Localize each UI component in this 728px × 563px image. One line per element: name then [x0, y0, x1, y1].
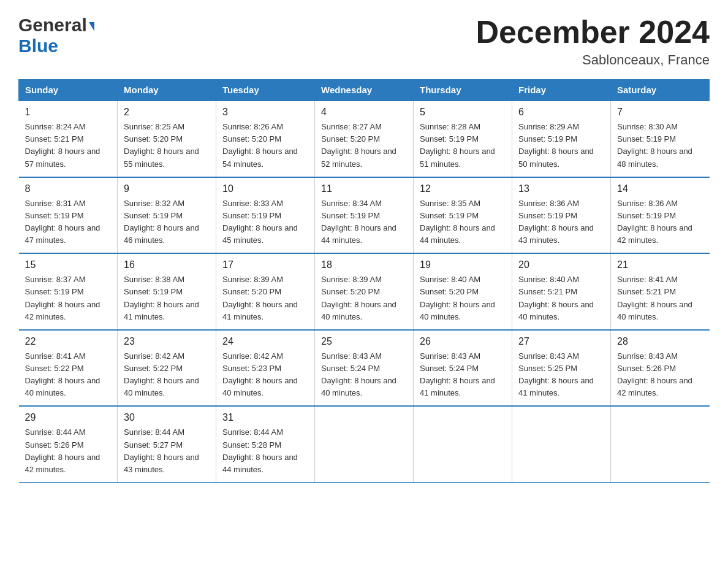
logo: General Blue — [18, 15, 94, 56]
day-number: 26 — [420, 334, 506, 349]
calendar-day-cell: 27Sunrise: 8:43 AMSunset: 5:25 PMDayligh… — [512, 330, 611, 407]
day-info: Sunrise: 8:39 AMSunset: 5:20 PMDaylight:… — [321, 274, 407, 323]
calendar-day-cell: 20Sunrise: 8:40 AMSunset: 5:21 PMDayligh… — [512, 253, 611, 330]
day-info: Sunrise: 8:31 AMSunset: 5:19 PMDaylight:… — [25, 197, 112, 247]
day-number: 28 — [617, 334, 703, 349]
day-info: Sunrise: 8:41 AMSunset: 5:21 PMDaylight:… — [617, 274, 703, 323]
day-number: 1 — [25, 105, 112, 120]
calendar-day-cell: 14Sunrise: 8:36 AMSunset: 5:19 PMDayligh… — [611, 177, 710, 254]
day-number: 17 — [222, 258, 308, 272]
day-number: 6 — [518, 105, 604, 120]
day-info: Sunrise: 8:38 AMSunset: 5:19 PMDaylight:… — [124, 274, 210, 323]
day-number: 18 — [321, 258, 407, 272]
calendar-day-cell: 15Sunrise: 8:37 AMSunset: 5:19 PMDayligh… — [19, 253, 118, 330]
day-number: 2 — [124, 105, 210, 120]
header-saturday: Saturday — [611, 80, 710, 101]
calendar-day-cell: 21Sunrise: 8:41 AMSunset: 5:21 PMDayligh… — [611, 253, 710, 330]
day-number: 4 — [321, 105, 407, 120]
day-info: Sunrise: 8:36 AMSunset: 5:19 PMDaylight:… — [518, 197, 604, 247]
day-info: Sunrise: 8:26 AMSunset: 5:20 PMDaylight:… — [222, 121, 308, 170]
day-number: 3 — [222, 105, 308, 120]
day-info: Sunrise: 8:33 AMSunset: 5:19 PMDaylight:… — [222, 197, 308, 247]
calendar-day-cell: 17Sunrise: 8:39 AMSunset: 5:20 PMDayligh… — [216, 253, 315, 330]
day-info: Sunrise: 8:28 AMSunset: 5:19 PMDaylight:… — [420, 121, 506, 170]
calendar-day-cell: 31Sunrise: 8:44 AMSunset: 5:28 PMDayligh… — [216, 406, 315, 482]
day-info: Sunrise: 8:40 AMSunset: 5:20 PMDaylight:… — [420, 274, 506, 323]
calendar-day-cell: 25Sunrise: 8:43 AMSunset: 5:24 PMDayligh… — [315, 330, 414, 407]
day-info: Sunrise: 8:43 AMSunset: 5:24 PMDaylight:… — [420, 350, 506, 400]
day-info: Sunrise: 8:39 AMSunset: 5:20 PMDaylight:… — [222, 274, 308, 323]
calendar-day-cell: 28Sunrise: 8:43 AMSunset: 5:26 PMDayligh… — [611, 330, 710, 407]
calendar-week-row: 1Sunrise: 8:24 AMSunset: 5:21 PMDaylight… — [19, 101, 710, 177]
day-number: 19 — [420, 258, 506, 272]
logo-blue-text: Blue — [18, 36, 58, 56]
day-info: Sunrise: 8:30 AMSunset: 5:19 PMDaylight:… — [617, 121, 703, 170]
day-info: Sunrise: 8:27 AMSunset: 5:20 PMDaylight:… — [321, 121, 407, 170]
calendar-day-cell: 24Sunrise: 8:42 AMSunset: 5:23 PMDayligh… — [216, 330, 315, 407]
day-number: 14 — [617, 182, 703, 196]
day-number: 16 — [124, 258, 210, 272]
calendar-day-cell: 4Sunrise: 8:27 AMSunset: 5:20 PMDaylight… — [315, 101, 414, 177]
day-info: Sunrise: 8:42 AMSunset: 5:23 PMDaylight:… — [222, 350, 308, 400]
day-info: Sunrise: 8:34 AMSunset: 5:19 PMDaylight:… — [321, 197, 407, 247]
day-info: Sunrise: 8:42 AMSunset: 5:22 PMDaylight:… — [124, 350, 210, 400]
title-block: December 2024 Sablonceaux, France — [476, 15, 710, 68]
day-number: 11 — [321, 182, 407, 196]
calendar-week-row: 22Sunrise: 8:41 AMSunset: 5:22 PMDayligh… — [19, 330, 710, 407]
day-info: Sunrise: 8:44 AMSunset: 5:26 PMDaylight:… — [25, 426, 112, 476]
calendar-day-cell: 13Sunrise: 8:36 AMSunset: 5:19 PMDayligh… — [512, 177, 611, 254]
calendar-day-cell: 29Sunrise: 8:44 AMSunset: 5:26 PMDayligh… — [19, 406, 118, 482]
calendar-day-cell: 8Sunrise: 8:31 AMSunset: 5:19 PMDaylight… — [19, 177, 118, 254]
day-info: Sunrise: 8:37 AMSunset: 5:19 PMDaylight:… — [25, 274, 112, 323]
day-number: 23 — [124, 334, 210, 349]
logo-general-text: General — [18, 15, 87, 36]
day-info: Sunrise: 8:32 AMSunset: 5:19 PMDaylight:… — [124, 197, 210, 247]
page-header: General Blue December 2024 Sablonceaux, … — [18, 15, 710, 68]
calendar-day-cell: 7Sunrise: 8:30 AMSunset: 5:19 PMDaylight… — [611, 101, 710, 177]
month-title: December 2024 — [476, 15, 710, 50]
day-number: 30 — [124, 410, 210, 425]
day-info: Sunrise: 8:43 AMSunset: 5:26 PMDaylight:… — [617, 350, 703, 400]
calendar-week-row: 8Sunrise: 8:31 AMSunset: 5:19 PMDaylight… — [19, 177, 710, 254]
day-number: 8 — [25, 182, 112, 196]
header-tuesday: Tuesday — [216, 80, 315, 101]
day-number: 13 — [518, 182, 604, 196]
day-number: 10 — [222, 182, 308, 196]
calendar-day-cell: 6Sunrise: 8:29 AMSunset: 5:19 PMDaylight… — [512, 101, 611, 177]
day-info: Sunrise: 8:41 AMSunset: 5:22 PMDaylight:… — [25, 350, 112, 400]
calendar-day-cell: 19Sunrise: 8:40 AMSunset: 5:20 PMDayligh… — [414, 253, 512, 330]
day-info: Sunrise: 8:35 AMSunset: 5:19 PMDaylight:… — [420, 197, 506, 247]
day-number: 5 — [420, 105, 506, 120]
day-number: 7 — [617, 105, 703, 120]
calendar-day-cell: 3Sunrise: 8:26 AMSunset: 5:20 PMDaylight… — [216, 101, 315, 177]
calendar-day-cell: 11Sunrise: 8:34 AMSunset: 5:19 PMDayligh… — [315, 177, 414, 254]
calendar-day-cell: 2Sunrise: 8:25 AMSunset: 5:20 PMDaylight… — [118, 101, 216, 177]
calendar-day-cell: 9Sunrise: 8:32 AMSunset: 5:19 PMDaylight… — [118, 177, 216, 254]
day-number: 25 — [321, 334, 407, 349]
header-friday: Friday — [512, 80, 611, 101]
calendar-day-cell: 26Sunrise: 8:43 AMSunset: 5:24 PMDayligh… — [414, 330, 512, 407]
header-wednesday: Wednesday — [315, 80, 414, 101]
day-number: 9 — [124, 182, 210, 196]
day-info: Sunrise: 8:36 AMSunset: 5:19 PMDaylight:… — [617, 197, 703, 247]
calendar-table: SundayMondayTuesdayWednesdayThursdayFrid… — [18, 79, 710, 483]
header-monday: Monday — [118, 80, 216, 101]
day-info: Sunrise: 8:24 AMSunset: 5:21 PMDaylight:… — [25, 121, 112, 170]
day-number: 12 — [420, 182, 506, 196]
calendar-day-cell: 1Sunrise: 8:24 AMSunset: 5:21 PMDaylight… — [19, 101, 118, 177]
day-number: 24 — [222, 334, 308, 349]
day-number: 22 — [25, 334, 112, 349]
calendar-empty-cell — [512, 406, 611, 482]
day-number: 21 — [617, 258, 703, 272]
header-sunday: Sunday — [19, 80, 118, 101]
calendar-day-cell: 18Sunrise: 8:39 AMSunset: 5:20 PMDayligh… — [315, 253, 414, 330]
calendar-empty-cell — [414, 406, 512, 482]
calendar-day-cell: 22Sunrise: 8:41 AMSunset: 5:22 PMDayligh… — [19, 330, 118, 407]
day-info: Sunrise: 8:43 AMSunset: 5:24 PMDaylight:… — [321, 350, 407, 400]
day-info: Sunrise: 8:43 AMSunset: 5:25 PMDaylight:… — [518, 350, 604, 400]
calendar-day-cell: 16Sunrise: 8:38 AMSunset: 5:19 PMDayligh… — [118, 253, 216, 330]
day-number: 31 — [222, 410, 308, 425]
calendar-header-row: SundayMondayTuesdayWednesdayThursdayFrid… — [19, 80, 710, 101]
day-info: Sunrise: 8:25 AMSunset: 5:20 PMDaylight:… — [124, 121, 210, 170]
day-info: Sunrise: 8:40 AMSunset: 5:21 PMDaylight:… — [518, 274, 604, 323]
